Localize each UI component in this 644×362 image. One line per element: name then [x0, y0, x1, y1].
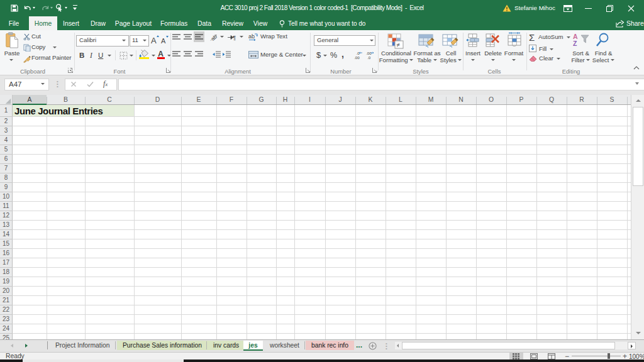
svg-text:.00: .00: [354, 55, 360, 60]
svg-text:¶: ¶: [233, 34, 236, 41]
svg-text:Z: Z: [573, 40, 577, 47]
svg-text:.0: .0: [367, 55, 371, 60]
svg-text:ab: ab: [248, 33, 255, 40]
svg-text:≠: ≠: [397, 41, 401, 48]
